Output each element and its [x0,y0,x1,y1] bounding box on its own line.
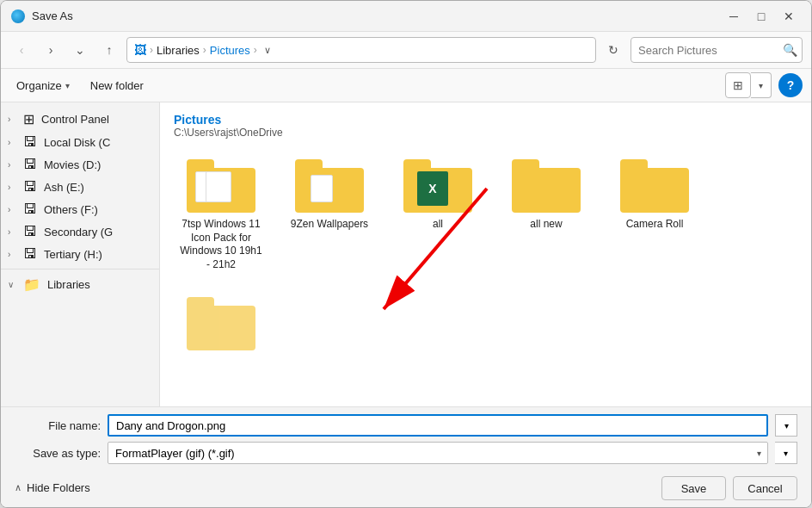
sidebar-chevron-icon: › [8,160,20,170]
sidebar-item-local-disk[interactable]: › 🖫 Local Disk (C [1,131,159,153]
save-type-wrapper: FormatPlayer (gif) (*.gif) ▾ [108,442,768,464]
file-area: Pictures C:\Users\rajst\OneDrive 7tsp Wi… [160,102,811,406]
hide-folders-label[interactable]: Hide Folders [27,481,90,494]
sidebar-item-libraries[interactable]: ∨ 📁 Libraries [1,273,159,296]
breadcrumb-sep2: › [203,44,206,56]
address-bar[interactable]: 🖼 › Libraries › Pictures › ∨ [126,37,596,63]
address-row: ‹ › ⌄ ↑ 🖼 › Libraries › Pictures › ∨ ↻ 🔍 [1,32,811,69]
folder-title[interactable]: Pictures [174,113,797,127]
local-disk-icon: 🖫 [23,134,37,150]
search-button[interactable]: 🔍 [783,43,797,57]
sidebar-item-tertiary[interactable]: › 🖫 Tertiary (H:) [1,243,159,265]
back-button[interactable]: ‹ [9,38,34,62]
sidebar-item-label: Local Disk (C [44,136,152,149]
sidebar-item-label: Libraries [47,278,152,291]
breadcrumb-sep3: › [254,44,257,56]
sidebar-item-ash[interactable]: › 🖫 Ash (E:) [1,176,159,198]
folder-path: C:\Users\rajst\OneDrive [174,127,797,139]
tertiary-icon: 🖫 [23,246,37,262]
save-button[interactable]: Save [661,476,726,500]
file-name-input[interactable] [108,414,768,437]
others-icon: 🖫 [23,201,37,217]
folder-item-all[interactable]: X all [391,152,485,276]
folder-icon [512,158,581,213]
sidebar-chevron-icon: › [8,115,20,124]
sidebar-item-control-panel[interactable]: › ⊞ Control Panel [1,108,159,131]
sidebar-item-label: Others (F:) [44,203,152,216]
sidebar-separator [1,269,159,269]
maximize-button[interactable]: □ [749,4,773,28]
folder-item-partial1[interactable] [174,290,268,361]
close-button[interactable]: ✕ [777,4,801,28]
folder-item-9zen[interactable]: 9Zen Wallpapers [282,152,377,276]
folder-name: all [433,218,443,232]
organize-chevron-icon: ▾ [65,81,70,90]
action-buttons: Save Cancel [661,476,797,500]
save-as-dialog: Save As ─ □ ✕ ‹ › ⌄ ↑ 🖼 › Libraries › Pi… [0,0,812,508]
help-button[interactable]: ? [778,73,803,97]
folder-name: Camera Roll [626,218,684,232]
file-name-row: File name: ▾ [15,414,797,437]
toolbar-row: Organize ▾ New folder ⊞ ▾ ? [1,69,811,102]
ash-icon: 🖫 [23,179,37,195]
breadcrumb-sep1: › [150,44,153,56]
cancel-button[interactable]: Cancel [733,476,797,500]
breadcrumb-libraries[interactable]: Libraries [157,44,200,57]
organize-button[interactable]: Organize ▾ [9,76,77,96]
folder-name: 7tsp Windows 11 Icon Pack for Windows 10… [179,218,263,271]
address-dropdown-button[interactable]: ∨ [264,45,271,56]
control-panel-icon: ⊞ [23,111,34,127]
folder-grid: 7tsp Windows 11 Icon Pack for Windows 10… [174,152,797,361]
folder-icon: X [403,158,472,213]
forward-button[interactable]: › [39,38,63,62]
folder-icon [187,158,255,213]
movies-icon: 🖫 [23,157,37,172]
sidebar-item-others[interactable]: › 🖫 Others (F:) [1,198,159,220]
address-icon: 🖼 [134,43,146,57]
up-button[interactable]: ↑ [97,38,121,62]
bottom-bar: File name: ▾ Save as type: FormatPlayer … [1,406,811,507]
view-dropdown-button[interactable]: ▾ [751,72,772,98]
sidebar-chevron-icon: › [8,205,20,214]
sidebar-item-label: Secondary (G [44,226,152,239]
sidebar-expand-icon: ∨ [8,280,20,289]
minimize-button[interactable]: ─ [722,4,746,28]
folder-item-7tsp[interactable]: 7tsp Windows 11 Icon Pack for Windows 10… [174,152,268,276]
breadcrumb-pictures[interactable]: Pictures [210,44,250,57]
recent-locations-button[interactable]: ⌄ [68,38,92,62]
folder-icon [620,158,689,213]
file-area-header: Pictures C:\Users\rajst\OneDrive [174,113,797,139]
folder-item-all-new[interactable]: all new [499,152,594,276]
save-type-select[interactable]: FormatPlayer (gif) (*.gif) [108,442,768,464]
sidebar-chevron-icon: › [8,250,20,259]
folder-item-camera-roll[interactable]: Camera Roll [607,152,702,276]
hide-folders-chevron-icon: ∧ [15,482,22,493]
save-type-dropdown-button[interactable]: ▾ [775,442,797,464]
secondary-icon: 🖫 [23,224,37,239]
sidebar-item-label: Control Panel [41,113,152,126]
search-input[interactable] [631,37,803,63]
save-type-label: Save as type: [15,447,101,460]
dialog-icon [11,9,25,23]
file-name-label: File name: [15,419,101,432]
sidebar: › ⊞ Control Panel › 🖫 Local Disk (C › 🖫 … [1,102,160,406]
new-folder-button[interactable]: New folder [83,76,151,96]
sidebar-item-movies[interactable]: › 🖫 Movies (D:) [1,153,159,176]
sidebar-chevron-icon: › [8,227,20,237]
file-name-dropdown-button[interactable]: ▾ [775,414,797,437]
sidebar-item-label: Movies (D:) [44,158,152,171]
sidebar-item-secondary[interactable]: › 🖫 Secondary (G [1,220,159,243]
new-folder-label: New folder [90,79,144,92]
folder-name: all new [530,218,562,232]
organize-label: Organize [16,79,62,92]
sidebar-item-label: Tertiary (H:) [44,248,152,261]
dialog-title: Save As [32,9,722,22]
sidebar-chevron-icon: › [8,183,20,192]
libraries-icon: 📁 [23,276,40,293]
view-icon-button[interactable]: ⊞ [725,72,751,98]
refresh-button[interactable]: ↻ [601,38,625,62]
hide-folders-row[interactable]: ∧ Hide Folders [15,476,90,494]
save-type-row: Save as type: FormatPlayer (gif) (*.gif)… [15,442,797,464]
window-controls: ─ □ ✕ [722,4,801,28]
folder-name: 9Zen Wallpapers [291,218,368,232]
